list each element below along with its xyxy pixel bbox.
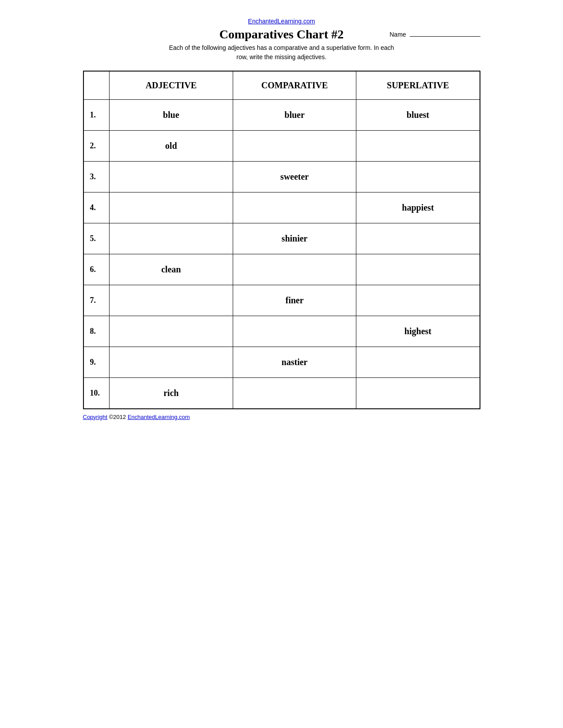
cell-adjective: rich xyxy=(110,378,233,409)
table-row: 8.highest xyxy=(83,316,480,347)
row-number: 3. xyxy=(83,162,110,192)
cell-superlative xyxy=(356,254,480,285)
cell-superlative: happiest xyxy=(356,192,480,223)
name-label: Name xyxy=(389,31,406,38)
row-number: 5. xyxy=(83,223,110,254)
cell-superlative xyxy=(356,131,480,162)
cell-superlative: highest xyxy=(356,316,480,347)
footer: Copyright ©2012 EnchantedLearning.com xyxy=(83,414,190,420)
header-row: Comparatives Chart #2 Name xyxy=(83,27,480,41)
cell-comparative: sweeter xyxy=(233,162,356,192)
site-link[interactable]: EnchantedLearning.com xyxy=(248,18,315,25)
table-row: 1.bluebluerbluest xyxy=(83,100,480,131)
table-row: 10.rich xyxy=(83,378,480,409)
cell-superlative xyxy=(356,285,480,316)
table-row: 5.shinier xyxy=(83,223,480,254)
cell-adjective: blue xyxy=(110,100,233,131)
page-container: EnchantedLearning.com Comparatives Chart… xyxy=(83,18,480,710)
table-header-row: ADJECTIVE COMPARATIVE SUPERLATIVE xyxy=(83,71,480,100)
cell-adjective xyxy=(110,162,233,192)
table-row: 4.happiest xyxy=(83,192,480,223)
cell-comparative xyxy=(233,378,356,409)
row-number: 1. xyxy=(83,100,110,131)
cell-comparative: finer xyxy=(233,285,356,316)
header-superlative: SUPERLATIVE xyxy=(356,71,480,100)
row-number: 2. xyxy=(83,131,110,162)
comparatives-table: ADJECTIVE COMPARATIVE SUPERLATIVE 1.blue… xyxy=(83,71,480,409)
cell-comparative xyxy=(233,316,356,347)
cell-superlative xyxy=(356,162,480,192)
cell-superlative xyxy=(356,223,480,254)
cell-adjective xyxy=(110,223,233,254)
cell-adjective xyxy=(110,192,233,223)
table-row: 6.clean xyxy=(83,254,480,285)
table-row: 2.old xyxy=(83,131,480,162)
subtitle: Each of the following adjectives has a c… xyxy=(167,43,397,62)
cell-adjective: old xyxy=(110,131,233,162)
cell-adjective xyxy=(110,347,233,378)
footer-copyright-link[interactable]: Copyright xyxy=(83,414,108,420)
footer-year: ©2012 xyxy=(109,414,126,420)
row-number: 6. xyxy=(83,254,110,285)
row-number: 9. xyxy=(83,347,110,378)
header-num xyxy=(83,71,110,100)
cell-adjective xyxy=(110,316,233,347)
cell-adjective xyxy=(110,285,233,316)
cell-comparative: shinier xyxy=(233,223,356,254)
row-number: 8. xyxy=(83,316,110,347)
header-adjective: ADJECTIVE xyxy=(110,71,233,100)
cell-superlative: bluest xyxy=(356,100,480,131)
table-row: 9.nastier xyxy=(83,347,480,378)
page-title: Comparatives Chart #2 xyxy=(219,27,344,41)
row-number: 7. xyxy=(83,285,110,316)
cell-comparative: nastier xyxy=(233,347,356,378)
cell-adjective: clean xyxy=(110,254,233,285)
cell-superlative xyxy=(356,347,480,378)
table-row: 3.sweeter xyxy=(83,162,480,192)
name-field: Name xyxy=(389,31,480,38)
header-comparative: COMPARATIVE xyxy=(233,71,356,100)
table-row: 7.finer xyxy=(83,285,480,316)
cell-superlative xyxy=(356,378,480,409)
name-line xyxy=(410,36,480,37)
row-number: 4. xyxy=(83,192,110,223)
row-number: 10. xyxy=(83,378,110,409)
cell-comparative xyxy=(233,192,356,223)
cell-comparative xyxy=(233,131,356,162)
cell-comparative xyxy=(233,254,356,285)
cell-comparative: bluer xyxy=(233,100,356,131)
footer-site-link[interactable]: EnchantedLearning.com xyxy=(128,414,190,420)
